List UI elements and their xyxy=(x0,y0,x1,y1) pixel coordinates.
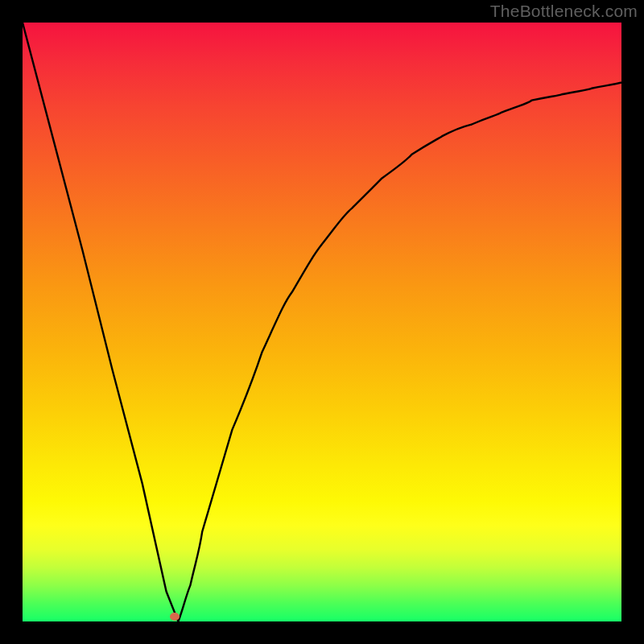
curve-path-right xyxy=(178,82,621,621)
chart-plot-area xyxy=(23,23,621,621)
chart-frame: TheBottleneck.com xyxy=(0,0,644,644)
chart-marker-dot xyxy=(170,613,180,621)
watermark-text: TheBottleneck.com xyxy=(490,2,638,21)
chart-curve xyxy=(23,23,621,621)
curve-path-left xyxy=(23,23,178,621)
